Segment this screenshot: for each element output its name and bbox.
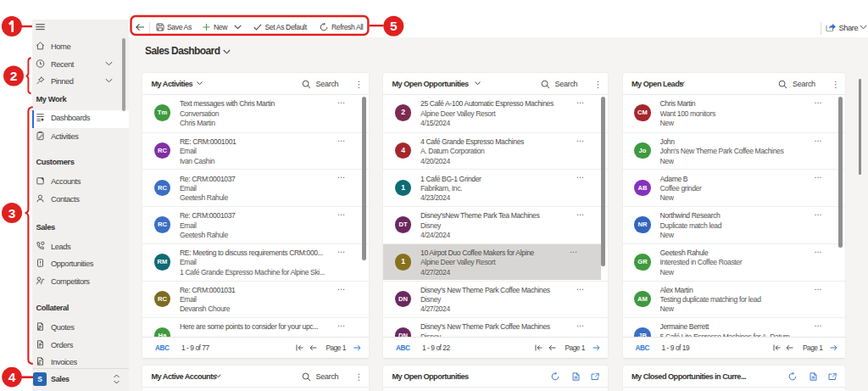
svg-text:4: 4 xyxy=(8,370,16,384)
svg-text:3: 3 xyxy=(8,206,16,221)
svg-text:2: 2 xyxy=(10,69,18,83)
